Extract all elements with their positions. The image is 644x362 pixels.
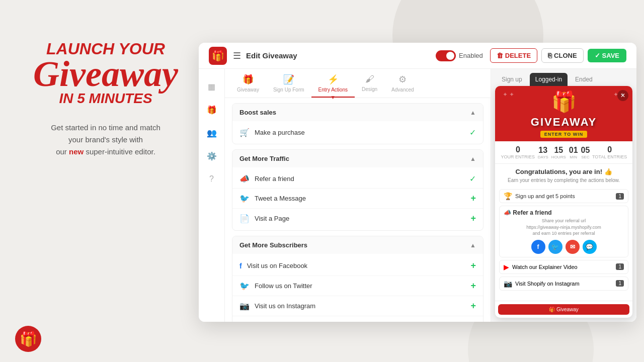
giveaway-preview-card: ✕ ✦ ✦ ✦ ✦ 🎁 GIVEAWAY ENTER TO WIN (495, 86, 632, 318)
preview-tab-ended[interactable]: Ended (570, 73, 598, 86)
section-traffic-body: 📣 Refer a friend ✓ 🐦 Tweet a Message + 📄… (232, 167, 483, 230)
entry-visit-page: 📄 Visit a Page + (232, 209, 483, 228)
entry-instagram-label: Visit us on Instagram (255, 302, 465, 310)
card-youtube-text: Watch our Explainer Video (512, 264, 613, 270)
banner-giveaway-title: GIVEAWAY (531, 116, 597, 129)
referral-facebook-btn[interactable]: f (531, 240, 545, 254)
section-traffic-title: Get More Traffic (239, 155, 289, 162)
stat-total-entries-label: Total entries (592, 154, 627, 159)
tab-design[interactable]: 🖌 Design (355, 69, 384, 98)
preview-tab-signup[interactable]: Sign up (496, 73, 528, 86)
section-subscribers-header[interactable]: Get More Subscribers ▲ (232, 236, 483, 254)
facebook-icon: f (239, 262, 242, 270)
tab-design-icon: 🖌 (365, 74, 374, 84)
trophy-icon: 🏆 (504, 192, 512, 200)
entry-refer-friend: 📣 Refer a friend ✓ (232, 169, 483, 189)
sidebar-item-giveaways[interactable]: 🎁 (202, 100, 221, 119)
tab-signup-form[interactable]: 📝 Sign Up Form (266, 69, 311, 98)
promo-description: Get started in no time and match your br… (15, 122, 196, 158)
enabled-label: Enabled (459, 52, 483, 59)
help-icon: ? (209, 174, 214, 184)
tab-advanced[interactable]: ⚙ Advanced (384, 69, 421, 98)
entry-tweet-label: Tweet a Message (255, 195, 465, 202)
section-traffic-header[interactable]: Get More Traffic ▲ (232, 150, 483, 167)
hamburger-button[interactable]: ☰ (233, 50, 241, 61)
section-boost-sales: Boost sales ▲ 🛒 Make a purchase ✓ (232, 103, 484, 144)
card-footer-giveaway-tab[interactable]: 🎁 Giveaway (498, 304, 629, 315)
section-get-more-subscribers: Get More Subscribers ▲ f Visit us on Fac… (232, 236, 484, 322)
banner-enter-text: ENTER TO WIN (540, 131, 587, 138)
sidebar-item-participants[interactable]: 👥 (202, 123, 221, 142)
card-footer-tabs: 🎁 Giveaway (495, 301, 632, 318)
save-button[interactable]: ✓ SAVE (588, 49, 626, 62)
banner-decoration: ✦ ✦ (503, 91, 514, 98)
users-icon: 👥 (207, 128, 217, 138)
stat-your-entries: 0 Your entries (500, 145, 536, 159)
countdown-hours: 15 HOURS (551, 146, 566, 159)
sidebar-item-help[interactable]: ? (202, 169, 221, 189)
entry-facebook: f Visit us on Facebook + (232, 256, 483, 276)
referral-title: 📣 Refer a friend (504, 209, 624, 216)
section-boost-sales-header[interactable]: Boost sales ▲ (232, 104, 483, 121)
entry-facebook-add-button[interactable]: + (470, 260, 476, 271)
delete-button[interactable]: 🗑 DELETE (490, 48, 537, 63)
dashboard-icon: ▦ (208, 82, 215, 92)
entry-refer-friend-label: Refer a friend (255, 175, 464, 183)
tab-design-label: Design (362, 86, 377, 92)
sidebar-item-settings[interactable]: ⚙️ (202, 146, 221, 165)
card-close-button[interactable]: ✕ (617, 90, 628, 101)
card-action-signup-text: Sign up and get 5 points (515, 193, 613, 199)
referral-messenger-btn[interactable]: 💬 (583, 240, 597, 254)
card-banner: ✦ ✦ ✦ ✦ 🎁 GIVEAWAY ENTER TO WIN (495, 86, 632, 141)
twitter-follow-icon: 🐦 (239, 281, 250, 291)
section-subscribers-title: Get More Subscribers (239, 241, 307, 249)
card-congrats-text: Congratulations, you are in! 👍 (495, 164, 632, 177)
card-action-signup-badge: 1 (616, 193, 624, 200)
tab-entry-icon: ⚡ (328, 74, 339, 85)
instagram-icon: 📷 (239, 301, 250, 311)
youtube-video-icon: ▶ (504, 263, 509, 271)
promo-area: LAUNCH YOUR Giveaway IN 5 MINUTES Get st… (15, 40, 196, 158)
tab-giveaway-label: Giveaway (237, 87, 259, 93)
card-stats-row: 0 Your entries 13 DAYS 15 HOURS (495, 141, 632, 164)
entry-make-purchase-check: ✓ (469, 128, 476, 137)
entry-twitter-add-button[interactable]: + (470, 281, 476, 291)
pinterest-icon: 📌 (239, 321, 250, 322)
promo-giveaway-text: Giveaway (15, 58, 196, 90)
referral-desc: Share your referral url https://giveaway… (504, 218, 624, 237)
page-icon: 📄 (239, 214, 250, 223)
stat-your-entries-value: 0 (500, 145, 536, 154)
gear-icon: ⚙️ (207, 151, 217, 161)
tab-entry-actions[interactable]: ⚡ Entry Actions ▼ (311, 69, 355, 98)
referral-social-buttons: f 🐦 ✉ 💬 (504, 240, 624, 254)
app-logo: 🎁 (209, 47, 227, 65)
card-instagram-item: 📷 Visit Shopify on Instagram 1 (499, 277, 628, 291)
entry-pinterest-add-button[interactable]: + (470, 321, 476, 322)
section-traffic-chevron: ▲ (470, 155, 476, 162)
tab-signup-label: Sign Up Form (273, 87, 304, 93)
section-subscribers-body: f Visit us on Facebook + 🐦 Follow us on … (232, 254, 483, 322)
enabled-toggle[interactable] (436, 50, 456, 61)
cart-icon: 🛒 (239, 128, 250, 137)
entry-facebook-label: Visit us on Facebook (247, 262, 466, 269)
card-earn-text: Earn your entries by completing the acti… (495, 177, 632, 187)
preview-panel: Sign up Logged-in Ended ✕ ✦ ✦ ✦ ✦ (491, 69, 636, 322)
stat-total-entries-value: 0 (592, 145, 627, 154)
preview-tabs-row: Sign up Logged-in Ended (491, 69, 636, 86)
delete-icon: 🗑 (497, 52, 503, 59)
app-window: 🎁 ☰ Edit Giveaway Enabled 🗑 DELETE ⎘ CLO… (199, 43, 636, 322)
referral-twitter-btn[interactable]: 🐦 (548, 240, 562, 254)
entry-tweet-add-button[interactable]: + (470, 193, 476, 204)
referral-email-btn[interactable]: ✉ (566, 240, 580, 254)
clone-icon: ⎘ (548, 52, 552, 59)
tabs-row: 🎁 Giveaway 📝 Sign Up Form ⚡ Entry Action… (225, 69, 491, 98)
sidebar-item-dashboard[interactable]: ▦ (202, 77, 221, 96)
tab-giveaway[interactable]: 🎁 Giveaway (230, 69, 266, 98)
twitter-icon: 🐦 (239, 194, 250, 203)
banner-gift-icon: 🎁 (551, 90, 577, 114)
entry-instagram-add-button[interactable]: + (470, 301, 476, 311)
entry-visit-page-add-button[interactable]: + (470, 213, 476, 224)
preview-tab-loggedin[interactable]: Logged-in (530, 73, 568, 86)
clone-button[interactable]: ⎘ CLONE (541, 48, 584, 63)
section-get-more-traffic: Get More Traffic ▲ 📣 Refer a friend ✓ 🐦 … (232, 149, 484, 231)
